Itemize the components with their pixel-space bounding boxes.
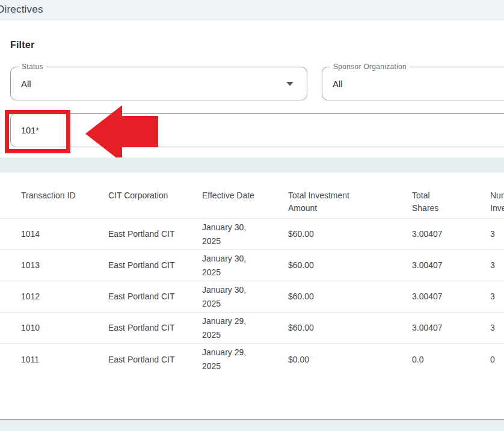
cell-total-investment-amount: $60.00 <box>288 258 412 272</box>
sponsor-organization-label: Sponsor Organization <box>330 63 410 71</box>
section-divider-band <box>0 157 504 173</box>
cell-effective-date: January 29, 2025 <box>202 346 259 373</box>
cell-cit-corporation: East Portland CIT <box>108 227 202 241</box>
page-header: Directives <box>0 0 504 20</box>
cell-total-shares: 0.0 <box>412 353 481 367</box>
cell-effective-date: January 30, 2025 <box>202 283 259 311</box>
cell-effective-date: January 29, 2025 <box>202 314 259 342</box>
status-select[interactable]: Status All <box>10 67 307 100</box>
cell-transaction-id: 1013 <box>21 258 108 272</box>
page: Directives Filter Status All Sponsor Org… <box>0 0 504 431</box>
table-row: 1014 East Portland CIT January 30, 2025 … <box>0 219 504 250</box>
page-title: Directives <box>0 4 43 16</box>
bottom-band <box>0 420 504 431</box>
column-header-effective-date: Effective Date <box>202 189 288 202</box>
column-header-transaction-id: Transaction ID <box>21 189 108 202</box>
cell-total-investment-amount: $60.00 <box>288 321 412 335</box>
cell-effective-date: January 30, 2025 <box>202 252 259 280</box>
cell-cit-corporation: East Portland CIT <box>108 290 202 304</box>
cell-transaction-id: 1010 <box>21 321 108 335</box>
table-row: 1012 East Portland CIT January 30, 2025 … <box>0 281 504 313</box>
table-row: 1010 East Portland CIT January 29, 2025 … <box>0 313 504 344</box>
column-header-cit-corporation: CIT Corporation <box>108 189 202 202</box>
filter-heading: Filter <box>10 40 34 50</box>
cell-cit-corporation: East Portland CIT <box>108 321 202 335</box>
cell-total-shares: 3.00407 <box>412 321 481 335</box>
cell-number-invested: 3 <box>481 321 504 335</box>
cell-effective-date: January 30, 2025 <box>202 221 259 248</box>
status-select-label: Status <box>19 63 46 71</box>
table-row: 1011 East Portland CIT January 29, 2025 … <box>0 344 504 375</box>
column-header-number-invested: Number Invested <box>481 189 504 215</box>
cell-transaction-id: 1014 <box>21 227 108 241</box>
column-header-total-investment-amount: Total Investment Amount <box>288 189 412 215</box>
cell-total-investment-amount: $0.00 <box>288 353 412 367</box>
cell-number-invested: 3 <box>481 227 504 241</box>
cell-number-invested: 3 <box>481 290 504 304</box>
table-body: 1014 East Portland CIT January 30, 2025 … <box>0 219 504 375</box>
cell-transaction-id: 1012 <box>21 290 108 304</box>
cell-cit-corporation: East Portland CIT <box>108 258 202 272</box>
cell-cit-corporation: East Portland CIT <box>108 353 202 367</box>
column-header-total-shares: Total Shares <box>412 189 481 215</box>
sponsor-organization-select[interactable]: Sponsor Organization All <box>322 67 504 100</box>
cell-number-invested: 0 <box>481 353 504 367</box>
directives-table: Transaction ID CIT Corporation Effective… <box>0 180 504 375</box>
cell-transaction-id: 1011 <box>21 353 108 367</box>
cell-total-shares: 3.00407 <box>412 290 481 304</box>
status-select-value: All <box>21 79 31 89</box>
transaction-id-search-input[interactable] <box>10 113 504 147</box>
sponsor-organization-value: All <box>333 79 343 89</box>
cell-number-invested: 3 <box>481 258 504 272</box>
chevron-down-icon <box>286 82 293 86</box>
cell-total-investment-amount: $60.00 <box>288 227 412 241</box>
cell-total-shares: 3.00407 <box>412 258 481 272</box>
cell-total-shares: 3.00407 <box>412 227 481 241</box>
table-header-row: Transaction ID CIT Corporation Effective… <box>0 180 504 219</box>
table-row: 1013 East Portland CIT January 30, 2025 … <box>0 250 504 281</box>
cell-total-investment-amount: $60.00 <box>288 290 412 304</box>
